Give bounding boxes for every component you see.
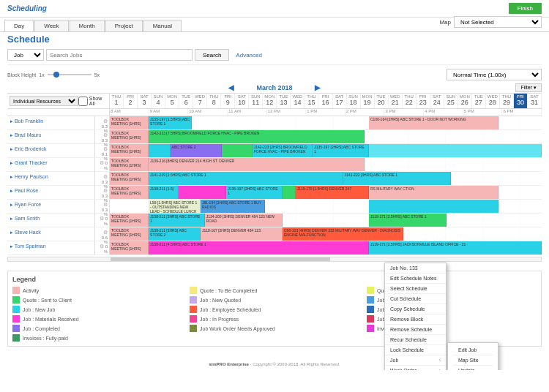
time-mode-select[interactable]: Normal Time (1.00x)	[447, 69, 542, 80]
schedule-block[interactable]: J135-197 [1.5HRS] ABC STORE 1	[149, 116, 192, 129]
gear-icon[interactable]: ⚙	[103, 118, 108, 124]
schedule-block[interactable]: TOOLBOX MEETING [1HRS]	[110, 186, 149, 199]
schedule-block[interactable]: TOOLBOX MEETING [1HRS]	[110, 172, 149, 185]
schedule-block[interactable]: C100-164 [2HRS] ABC STORE 1 - DOOR NOT W…	[369, 116, 498, 129]
schedule-block[interactable]: TOOLBOX MEETING [1HRS]	[110, 130, 149, 143]
prev-month-icon[interactable]: ◀	[228, 83, 234, 91]
day-25[interactable]: SUN25	[444, 94, 458, 108]
tab-project[interactable]: Project	[105, 20, 143, 31]
resource-stats[interactable]: ⚙ 0.3 %	[95, 172, 110, 185]
day-13[interactable]: TUE13	[277, 94, 291, 108]
schedule-block[interactable]	[222, 144, 252, 157]
resource-stats[interactable]: ⚙ 0 %	[95, 158, 110, 171]
block-height-slider[interactable]	[48, 74, 92, 75]
schedule-block[interactable]: J119-170 [1.5HRS] DENVER 247	[296, 186, 369, 199]
schedule-block[interactable]: J142-223 [7.5HRS] BROOMFIELD FORCE HVAC …	[149, 130, 365, 143]
gear-icon[interactable]: ⚙	[100, 216, 104, 221]
schedule-block[interactable]: J141-219 [1.5HRS] ABC STORE 1	[149, 172, 343, 185]
show-all-toggle[interactable]: Show All	[78, 96, 107, 106]
day-26[interactable]: MON26	[458, 94, 472, 108]
advanced-link[interactable]: Advanced	[236, 52, 262, 59]
resource-track[interactable]: TOOLBOX MEETING [1HRS]J138-211 [4.5HRS] …	[110, 241, 542, 255]
resource-track[interactable]: TOOLBOX MEETING [1HRS]J138-211 [1.5]J135…	[110, 186, 542, 199]
day-21[interactable]: WED21	[389, 94, 403, 108]
ctx-recur-schedule[interactable]: Recur Schedule	[385, 335, 446, 345]
gear-icon[interactable]: ⚙	[100, 244, 104, 249]
schedule-block[interactable]: TOOLBOX MEETING [1HRS]	[110, 158, 149, 171]
entity-select[interactable]: Job	[7, 49, 44, 61]
resources-select[interactable]: Individual Resources	[10, 96, 78, 106]
schedule-block[interactable]	[369, 144, 542, 157]
resource-track[interactable]: TOOLBOX MEETING [1HRS]J138-211 [2HRS] AB…	[110, 227, 542, 241]
gear-icon[interactable]: ⚙	[103, 146, 108, 151]
resource-name[interactable]: ▸ Henry Paulson	[7, 172, 95, 185]
day-16[interactable]: FRI16	[318, 94, 332, 108]
resource-track[interactable]: TOOLBOX MEETING [1HRS]ABC STORE 2J142-22…	[110, 144, 542, 157]
day-1[interactable]: THU1	[110, 94, 124, 108]
day-4[interactable]: SUN4	[152, 94, 165, 108]
day-30[interactable]: FRI30	[514, 94, 528, 108]
day-2[interactable]: FRI2	[124, 94, 138, 108]
gear-icon[interactable]: ⚙	[103, 202, 108, 207]
ctx-remove-schedule[interactable]: Remove Schedule	[385, 325, 446, 335]
ctx-job[interactable]: Job	[385, 355, 446, 366]
day-19[interactable]: MON19	[361, 94, 375, 108]
schedule-block[interactable]: L58 [1.5HRS] ABC STORE 1 - OUTSTANDING N…	[149, 200, 201, 213]
day-23[interactable]: FRI23	[417, 94, 430, 108]
day-18[interactable]: SUN18	[347, 94, 361, 108]
horizontal-scrollbar[interactable]	[7, 257, 542, 262]
schedule-block[interactable]	[283, 186, 296, 199]
resource-name[interactable]: ▸ Grant Thacker	[7, 158, 95, 171]
schedule-block[interactable]: TOOLBOX MEETING [1HRS]	[110, 214, 149, 227]
day-6[interactable]: TUE6	[179, 94, 193, 108]
schedule-block[interactable]	[369, 200, 498, 213]
schedule-block[interactable]: J134-200 [3HRS] DENVER 484 123 NEW ROAD	[205, 214, 283, 227]
ctx-copy-schedule[interactable]: Copy Schedule	[385, 304, 446, 314]
schedule-block[interactable]: ABC STORE 2	[171, 144, 223, 157]
day-24[interactable]: SAT24	[430, 94, 444, 108]
day-20[interactable]: TUE20	[375, 94, 389, 108]
next-month-icon[interactable]: ▶	[315, 83, 321, 91]
day-9[interactable]: FRI9	[221, 94, 235, 108]
day-11[interactable]: SUN11	[249, 94, 263, 108]
ctx-lock-schedule[interactable]: Lock Schedule	[385, 345, 446, 355]
schedule-block[interactable]: J141-222 [3HRS] ABC STORE 1	[343, 172, 452, 185]
schedule-block[interactable]: J81-194 [2HRS] ABC STORE 1 BUY RADIOS	[201, 200, 266, 213]
resource-stats[interactable]: ⚙ 0 %	[95, 214, 110, 227]
ctx-remove-block[interactable]: Remove Block	[385, 314, 446, 325]
subctx-map-site[interactable]: Map Site	[453, 355, 493, 366]
schedule-block[interactable]: J139-216 [8HRS] DENVER 214 HIGH ST. DENV…	[149, 158, 365, 171]
resource-track[interactable]: TOOLBOX MEETING [1HRS]J142-223 [7.5HRS] …	[110, 130, 542, 143]
schedule-block[interactable]: J118-167 [2HRS] DENVER 484 123	[201, 227, 283, 241]
tab-day[interactable]: Day	[4, 20, 34, 31]
resource-track[interactable]: TOOLBOX MEETING [1HRS]J139-216 [8HRS] DE…	[110, 158, 542, 171]
filter-button[interactable]: Filter ▾	[515, 83, 542, 92]
resource-stats[interactable]: ⚙ 0.3 %	[95, 130, 110, 143]
resource-name[interactable]: ▸ Brad Mauro	[7, 130, 95, 143]
schedule-block[interactable]: J119-171 [2.5HRS] ABC STORE 1	[369, 214, 447, 227]
day-17[interactable]: SAT17	[333, 94, 347, 108]
schedule-block[interactable]: J135-197 [2HRS] ABC STORE 1	[226, 186, 283, 199]
schedule-block[interactable]	[149, 144, 171, 157]
resource-name[interactable]: ▸ Eric Broderick	[7, 144, 95, 157]
schedule-block[interactable]: J119-171 [2.5HRS] JACKSONVILLE ISLAND OF…	[369, 241, 542, 255]
resource-name[interactable]: ▸ Steve Hack	[7, 227, 95, 241]
day-8[interactable]: THU8	[207, 94, 221, 108]
schedule-block[interactable]: J138-211 [2HRS] ABC STORE 1	[149, 214, 205, 227]
resource-name[interactable]: ▸ Bob Franklin	[7, 116, 95, 129]
resource-track[interactable]: TOOLBOX MEETING [1HRS]J138-211 [2HRS] AB…	[110, 214, 542, 227]
tab-manual[interactable]: Manual	[143, 20, 182, 31]
gear-icon[interactable]: ⚙	[103, 188, 108, 193]
day-5[interactable]: MON5	[165, 94, 179, 108]
day-27[interactable]: TUE27	[472, 94, 486, 108]
ctx-select-schedule[interactable]: Select Schedule	[385, 284, 446, 294]
finish-button[interactable]: Finish	[509, 3, 542, 14]
resource-track[interactable]: L58 [1.5HRS] ABC STORE 1 - OUTSTANDING N…	[110, 200, 542, 213]
schedule-block[interactable]: J138-211 [2HRS] ABC STORE 2	[149, 227, 201, 241]
ctx-cut-schedule[interactable]: Cut Schedule	[385, 294, 446, 304]
search-button[interactable]: Search	[195, 49, 229, 61]
resource-stats[interactable]: ⚙ 0.1 %	[95, 144, 110, 157]
resource-name[interactable]: ▸ Ryan Force	[7, 200, 95, 213]
schedule-block[interactable]: J138-211 [4.5HRS] ABC STORE 1	[149, 241, 369, 255]
resource-track[interactable]: TOOLBOX MEETING [1HRS]J135-197 [1.5HRS] …	[110, 116, 542, 129]
